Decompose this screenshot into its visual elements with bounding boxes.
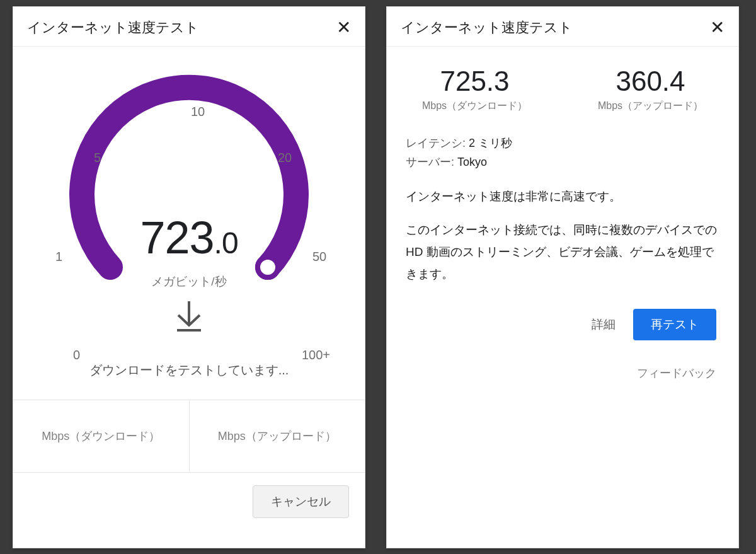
details-button[interactable]: 詳細 bbox=[592, 316, 616, 333]
upload-metric: 360.4 Mbps（アップロード） bbox=[563, 66, 738, 113]
server-line: サーバー: Tokyo bbox=[406, 154, 719, 170]
result-metrics-row: 725.3 Mbps（ダウンロード） 360.4 Mbps（アップロード） bbox=[387, 47, 738, 125]
latency-line: レイテンシ: 2 ミリ秒 bbox=[406, 136, 719, 151]
gauge-tick-100: 100+ bbox=[302, 348, 330, 362]
retest-button[interactable]: 再テスト bbox=[633, 309, 716, 340]
current-speed-value: 723.0 bbox=[13, 212, 365, 263]
speedtest-result-panel: インターネット速度テスト ✕ 725.3 Mbps（ダウンロード） 360.4 … bbox=[386, 6, 739, 548]
speed-gauge: 0 1 5 10 20 50 100+ 723.0 メガビット/秒 ダウンロード… bbox=[13, 47, 365, 400]
speedtest-running-panel: インターネット速度テスト ✕ 0 1 5 10 20 50 100+ 723.0… bbox=[13, 6, 365, 548]
upload-label: Mbps（アップロード） bbox=[563, 100, 738, 113]
test-status-text: ダウンロードをテストしています... bbox=[13, 362, 365, 379]
gauge-tick-5: 5 bbox=[94, 151, 101, 165]
verdict-description: このインターネット接続では、同時に複数のデバイスでの HD 動画のストリーミング… bbox=[406, 219, 719, 285]
download-arrow-icon bbox=[13, 299, 365, 339]
latency-label: レイテンシ: bbox=[406, 137, 469, 149]
panel-header: インターネット速度テスト ✕ bbox=[387, 7, 738, 47]
speed-unit-label: メガビット/秒 bbox=[13, 274, 365, 290]
download-value: 725.3 bbox=[387, 66, 563, 97]
speed-decimal: .0 bbox=[214, 226, 238, 260]
download-metric: 725.3 Mbps（ダウンロード） bbox=[387, 66, 563, 113]
panel-header: インターネット速度テスト ✕ bbox=[13, 7, 365, 47]
panel-title: インターネット速度テスト bbox=[27, 18, 199, 37]
download-label: Mbps（ダウンロード） bbox=[387, 100, 563, 113]
gauge-tick-10: 10 bbox=[191, 105, 205, 119]
panel-footer: キャンセル bbox=[13, 473, 365, 531]
download-result-cell: Mbps（ダウンロード） bbox=[13, 400, 189, 472]
results-placeholder-row: Mbps（ダウンロード） Mbps（アップロード） bbox=[13, 400, 365, 473]
server-label: サーバー: bbox=[406, 156, 457, 168]
gauge-tick-0: 0 bbox=[73, 348, 80, 362]
result-details: レイテンシ: 2 ミリ秒 サーバー: Tokyo インターネット速度は非常に高速… bbox=[387, 125, 738, 285]
upload-result-cell: Mbps（アップロード） bbox=[189, 400, 365, 472]
cancel-button[interactable]: キャンセル bbox=[253, 485, 349, 518]
feedback-link[interactable]: フィードバック bbox=[387, 340, 738, 381]
upload-value: 360.4 bbox=[563, 66, 738, 97]
gauge-tick-20: 20 bbox=[278, 151, 292, 165]
latency-value: 2 ミリ秒 bbox=[469, 137, 512, 149]
close-icon[interactable]: ✕ bbox=[710, 19, 724, 37]
server-value: Tokyo bbox=[457, 156, 487, 168]
result-actions: 詳細 再テスト bbox=[387, 285, 738, 340]
verdict-text: インターネット速度は非常に高速です。 bbox=[406, 188, 719, 205]
close-icon[interactable]: ✕ bbox=[336, 19, 351, 37]
panel-title: インターネット速度テスト bbox=[401, 18, 573, 37]
speed-integer: 723 bbox=[140, 212, 214, 263]
